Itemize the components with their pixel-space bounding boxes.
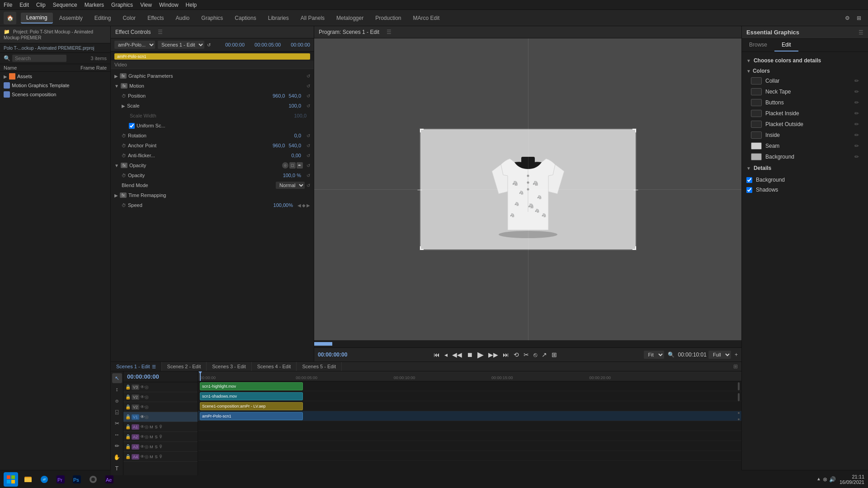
solo-v1-icon[interactable]: ◎ (145, 414, 149, 419)
goto-in-button[interactable]: ⏮ (432, 351, 441, 358)
timeline-playhead[interactable] (200, 371, 201, 381)
solo-a3-icon[interactable]: ◎ (145, 444, 149, 449)
rotation-row[interactable]: ⏱ Rotation 0,0 ↺ (111, 131, 314, 141)
goto-out-button[interactable]: ⏭ (501, 351, 510, 358)
workspace-expand-icon[interactable]: ⊞ (854, 13, 864, 23)
placket-outside-edit-icon[interactable]: ✏ (854, 121, 859, 127)
mic-a3-icon[interactable]: 🎙 (159, 444, 163, 449)
v2b-clip-composition[interactable]: Scene1-composition:amPr - LV.aep (200, 402, 303, 410)
colors-subsection-header[interactable]: ▼ Colors (746, 66, 863, 75)
reset-anti-flicker-icon[interactable]: ↺ (307, 153, 310, 158)
step-back-button[interactable]: ◂ (443, 351, 449, 358)
solo-a2-icon[interactable]: ◎ (145, 434, 149, 439)
colors-section-header[interactable]: ▼ Choose colors and details (742, 56, 868, 66)
eye-a2-icon[interactable]: 👁 (140, 434, 145, 439)
text-tool[interactable]: T (112, 464, 122, 474)
eye-v2b-icon[interactable]: 👁 (140, 404, 145, 409)
tab-assembly[interactable]: Assembly (54, 13, 88, 23)
tab-libraries[interactable]: Libraries (263, 13, 294, 23)
reset-position-icon[interactable]: ↺ (307, 94, 310, 99)
blend-mode-selector[interactable]: Normal (276, 182, 305, 189)
reset-icon[interactable]: ↺ (207, 42, 211, 47)
timeline-expand-icon[interactable]: ⊞ (733, 363, 738, 370)
export-button[interactable]: ↗ (540, 351, 548, 358)
tab-edit[interactable]: Edit (774, 39, 798, 52)
slip-tool[interactable]: ↔ (112, 430, 122, 440)
lock-a3-icon[interactable]: 🔒 (125, 444, 131, 449)
mic-a1-icon[interactable]: 🎙 (159, 424, 163, 429)
anchor-point-row[interactable]: ⏱ Anchor Point 960,0 540,0 ↺ (111, 141, 314, 150)
zoom-icon[interactable]: 🔍 (668, 352, 675, 358)
home-button[interactable]: 🏠 (4, 12, 16, 24)
effect-controls-menu-icon[interactable]: ☰ (158, 29, 163, 35)
lock-v2-icon[interactable]: 🔒 (125, 394, 131, 399)
reset-scale-icon[interactable]: ↺ (307, 103, 310, 108)
lock-v2b-icon[interactable]: 🔒 (125, 404, 131, 409)
trim-tool[interactable]: ⌺ (112, 407, 122, 417)
placket-inside-color-swatch[interactable] (751, 110, 762, 117)
tab-browse[interactable]: Browse (742, 39, 774, 52)
lock-v1-icon[interactable]: 🔒 (125, 414, 131, 419)
anti-flicker-row[interactable]: ⏱ Anti-flicker... 0,00 ↺ (111, 150, 314, 160)
preview-timecode[interactable]: 00:00:00:00 (318, 352, 347, 358)
uniform-scale-row[interactable]: Uniform Sc... (111, 121, 314, 131)
anchor-x-value[interactable]: 960,0 (273, 143, 285, 148)
menu-file[interactable]: File (4, 2, 12, 8)
time-remapping-row[interactable]: ▶ fx Time Remapping (111, 190, 314, 200)
play-button[interactable]: ▶ (476, 350, 485, 360)
speed-keyframe-left-icon[interactable]: ◀ (297, 203, 301, 208)
scene-selector[interactable]: Scenes 1 - Edit (158, 41, 204, 49)
tab-audio[interactable]: Audio (170, 13, 195, 23)
timeline-time-display[interactable]: 00:00:00:00 (123, 371, 198, 382)
placket-outside-color-swatch[interactable] (751, 121, 762, 128)
uniform-scale-checkbox[interactable] (129, 123, 135, 129)
timeline-scene-4[interactable]: Scenes 4 - Edit (252, 362, 297, 371)
solo-a3-button[interactable]: S (154, 445, 159, 449)
source-selector[interactable]: amPr-Polo... (114, 41, 155, 49)
menu-window[interactable]: Window (159, 2, 179, 8)
speed-keyframe-add-icon[interactable]: ◆ (302, 203, 306, 208)
shadows-detail-checkbox[interactable] (746, 187, 752, 193)
lock-a2-icon[interactable]: 🔒 (125, 434, 131, 439)
system-clock[interactable]: 21:11 16/09/2021 (840, 474, 864, 485)
pen-tool[interactable]: ✏ (112, 441, 122, 451)
collar-edit-icon[interactable]: ✏ (854, 78, 859, 84)
scale-value[interactable]: 100,0 (288, 103, 301, 108)
timeline-scene-3[interactable]: Scenes 3 - Edit (207, 362, 252, 371)
extract-button[interactable]: ⎋ (532, 351, 538, 358)
menu-clip[interactable]: Clip (36, 2, 46, 8)
menu-markers[interactable]: Markers (85, 2, 104, 8)
ripple-edit-tool[interactable]: ⌾ (112, 396, 122, 406)
speed-keyframe-right-icon[interactable]: ▶ (307, 203, 310, 208)
preview-timeline[interactable] (314, 340, 741, 347)
solo-v2b-icon[interactable]: ◎ (145, 404, 149, 409)
position-row[interactable]: ⏱ Position 960,0 540,0 ↺ (111, 91, 314, 101)
placket-inside-edit-icon[interactable]: ✏ (854, 110, 859, 117)
safe-margin-button[interactable]: ⊞ (550, 351, 558, 358)
step-forward-button[interactable]: ▶▶ (487, 351, 500, 358)
neck-tape-color-swatch[interactable] (751, 88, 762, 95)
solo-a4-button[interactable]: S (154, 455, 159, 459)
project-search-input[interactable] (12, 55, 66, 62)
eye-a3-icon[interactable]: 👁 (140, 444, 145, 449)
reset-rotation-icon[interactable]: ↺ (307, 133, 310, 138)
taskbar-edge-icon[interactable] (38, 473, 51, 486)
eye-v2-icon[interactable]: 👁 (140, 394, 145, 399)
details-section-header[interactable]: ▼ Details (742, 163, 868, 173)
timeline-scene-1[interactable]: Scenes 1 - Edit ☰ (111, 362, 162, 371)
preview-menu-icon[interactable]: ☰ (387, 29, 392, 35)
stop-button[interactable]: ⏹ (465, 351, 474, 358)
neck-tape-edit-icon[interactable]: ✏ (854, 89, 859, 95)
pen-icon[interactable]: ✒ (297, 162, 303, 169)
solo-a1-icon[interactable]: ◎ (145, 424, 149, 429)
mute-a4-button[interactable]: M (149, 455, 154, 459)
buttons-color-swatch[interactable] (751, 99, 762, 106)
anchor-y-value[interactable]: 540,0 (288, 143, 301, 148)
timeline-scene-5[interactable]: Scenes 5 - Edit (297, 362, 342, 371)
reset-blend-icon[interactable]: ↺ (307, 183, 310, 188)
rotation-value[interactable]: 0,0 (294, 133, 301, 138)
tab-captions[interactable]: Captions (229, 13, 261, 23)
v3-clip-highlight[interactable]: scn1-highlight.mov (200, 382, 303, 390)
menu-help[interactable]: Help (186, 2, 197, 8)
solo-a4-icon[interactable]: ◎ (145, 454, 149, 459)
